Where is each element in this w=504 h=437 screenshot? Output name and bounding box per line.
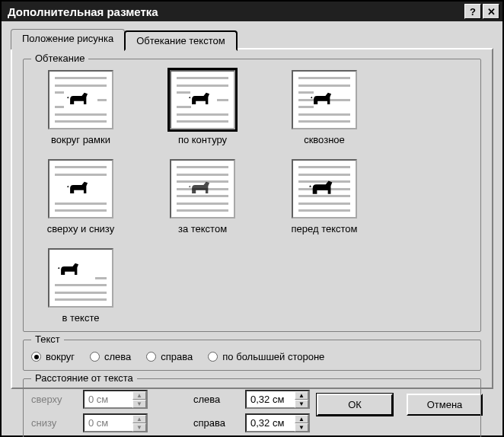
wrap-option-in-front[interactable]: перед текстом [275,159,374,234]
frame-wrapping: Обтекание вокруг рамки [23,59,481,332]
radio-dot-icon [90,352,100,362]
radio-label: справа [161,351,193,362]
dog-icon [188,90,214,110]
distance-left-value: 0,32 см [247,391,295,407]
wrap-option-inline[interactable]: в тексте [31,248,130,324]
wrap-icon-behind [170,159,235,218]
radio-group-text-side: вокруг слева справа по большшей стороне [31,351,473,362]
wrap-icon-inline [48,248,113,308]
frame-distance: Расстояние от текста сверху 0 см ▲▼ сниз… [23,378,481,437]
distance-top-input: 0 см ▲▼ [83,390,148,409]
distance-right-value: 0,32 см [247,415,295,431]
frame-text-label: Текст [31,333,64,345]
radio-label: слева [104,351,131,362]
dialog-body: Положение рисунка Обтекание текстом Обте… [2,21,502,435]
distance-top-label: сверху [31,394,77,405]
wrap-option-tight[interactable]: по контуру [153,70,252,145]
dog-icon [188,179,214,199]
radio-label: по большшей стороне [222,351,324,362]
tab-panel: Обтекание вокруг рамки [11,48,493,389]
wrap-icon-around-frame [48,70,113,129]
spin-down-icon: ▼ [132,400,146,408]
close-button[interactable]: ✕ [483,4,499,19]
spin-down-icon[interactable]: ▼ [295,400,308,408]
dog-icon [308,177,337,200]
wrap-option-around-frame[interactable]: вокруг рамки [31,70,130,145]
frame-wrapping-label: Обтекание [31,53,88,64]
frame-text-side: Текст вокруг слева справа по большшей ст… [23,340,481,371]
wrap-option-behind-text[interactable]: за текстом [153,159,252,234]
wrap-label: сверху и снизу [47,223,114,234]
dialog: Дополнительная разметка ? ✕ Положение ри… [0,0,504,437]
radio-left-only[interactable]: слева [90,351,131,362]
spin-up-icon[interactable]: ▲ [295,415,308,423]
spin-up-icon: ▲ [132,391,146,400]
distance-right-input[interactable]: 0,32 см ▲▼ [245,413,310,432]
wrap-label: вокруг рамки [51,134,110,145]
radio-dot-icon [146,352,156,362]
wrap-label: в тексте [62,312,100,324]
spin-down-icon: ▼ [132,423,146,432]
distance-bottom-value: 0 см [85,415,132,431]
wrap-icon-tight [170,70,235,129]
radio-dot-icon [31,352,41,362]
wrap-options-grid: вокруг рамки по контуру [31,70,473,324]
spin-up-icon: ▲ [132,415,146,423]
radio-largest-side[interactable]: по большшей стороне [208,351,324,362]
radio-dot-icon [208,352,218,362]
distance-bottom-input: 0 см ▲▼ [83,413,148,432]
distance-bottom-label: снизу [31,417,77,429]
dog-icon [66,179,92,199]
tab-strip: Положение рисунка Обтекание текстом [11,29,493,49]
distance-right-label: справа [193,417,239,429]
wrap-option-through[interactable]: сквозное [275,70,374,145]
spin-up-icon[interactable]: ▲ [295,391,308,400]
dog-icon [57,260,83,280]
frame-distance-label: Расстояние от текста [31,372,137,384]
help-button[interactable]: ? [464,4,481,19]
wrap-label: сквозное [304,134,345,145]
wrap-icon-top-bottom [48,159,113,218]
tab-text-wrapping[interactable]: Обтекание текстом [124,30,237,51]
distance-top-value: 0 см [85,391,132,407]
wrap-label: перед текстом [292,223,358,234]
wrap-option-top-bottom[interactable]: сверху и снизу [31,159,130,234]
radio-label: вокруг [46,351,75,362]
distance-left-label: слева [193,394,239,405]
spin-down-icon[interactable]: ▼ [295,423,308,432]
wrap-icon-in-front [292,159,357,218]
radio-both-sides[interactable]: вокруг [31,351,75,362]
dog-icon [310,90,336,110]
dialog-title: Дополнительная разметка [5,5,463,18]
wrap-label: за текстом [178,223,227,234]
dog-icon [66,90,92,110]
distance-left-input[interactable]: 0,32 см ▲▼ [245,390,310,409]
titlebar: Дополнительная разметка ? ✕ [2,2,502,21]
radio-right-only[interactable]: справа [146,351,193,362]
tab-picture-position[interactable]: Положение рисунка [11,29,125,49]
wrap-label: по контуру [178,134,227,145]
wrap-icon-through [292,70,357,129]
